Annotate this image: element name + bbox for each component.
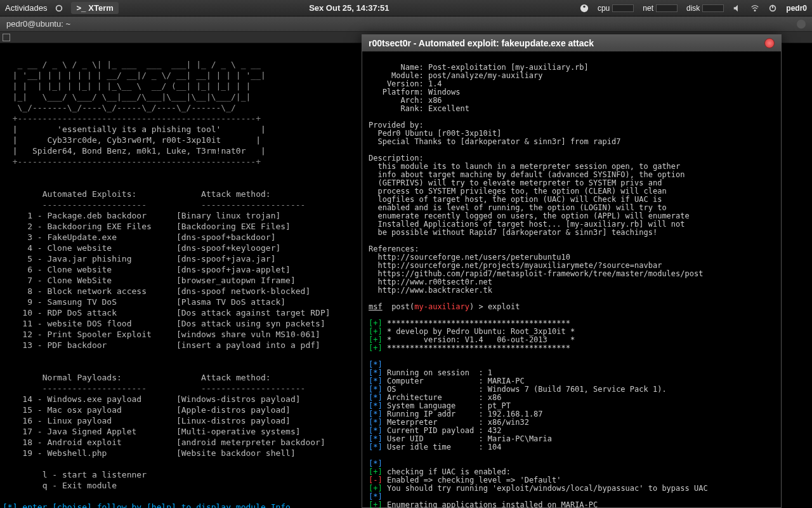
cpu-indicator: cpu (598, 4, 634, 13)
dialog-close-icon[interactable] (764, 38, 775, 48)
credits2: Spider64, Bond Benz, m0k1, Luke, T3rm!na… (32, 146, 246, 156)
info-name: Post-exploitation [my-auxiliary.rb] (428, 63, 589, 72)
dialog-title-text: r00tsect0r - Automated exploit: fakeupda… (369, 38, 594, 48)
disk-indicator: disk (686, 4, 724, 13)
window-titlebar[interactable]: pedr0@ubuntu: ~ (0, 17, 812, 32)
net-indicator: net (643, 4, 678, 13)
info-rank: Excellent (428, 104, 469, 113)
header-auto-exploits: Automated Exploits: (43, 189, 137, 199)
wifi-icon[interactable] (750, 4, 759, 13)
header-attack-method: Attack method: (201, 189, 271, 199)
info-version: 1.4 (428, 79, 442, 88)
prompt-hint: [*] enter [choise] follow by [help] to d… (3, 502, 291, 508)
uac-enabled: Enabled => checking level => 'Default' (387, 476, 561, 485)
svg-point-4 (754, 10, 756, 11)
terminal-icon: >_ (76, 3, 86, 13)
dialog-titlebar[interactable]: r00tsect0r - Automated exploit: fakeupda… (362, 35, 781, 51)
app-tab-label: XTerm (88, 3, 114, 13)
description-text: this module its to launch in a meterpret… (369, 162, 690, 237)
description-header: Description: (369, 154, 424, 163)
option-quit: q - Exit module (43, 481, 117, 490)
msf-module: my-auxiliary (414, 302, 469, 311)
references-header: References: (369, 244, 419, 253)
svg-marker-3 (734, 4, 738, 11)
provided-by-header: Provided by: (369, 121, 424, 130)
dialog-body[interactable]: Name: Post-exploitation [my-auxiliary.rb… (362, 51, 781, 508)
power-icon[interactable] (768, 4, 777, 13)
close-icon[interactable] (797, 20, 806, 29)
provider-row: Pedr0 Ubuntu [r00t-3xp10it] (377, 129, 501, 138)
msf-prompt: msf (369, 302, 383, 311)
user-menu[interactable]: pedr0 (786, 4, 807, 13)
credits1: Cyb33rc0de, Cyb3rw0rM, r00t-3xp10it (47, 135, 221, 145)
ascii-banner: _ __ / _ \ / _ \| |_ ___ ___ ___| |_ / _… (3, 60, 266, 112)
window-title-text: pedr0@ubuntu: ~ (6, 19, 70, 29)
pane-split-icon[interactable] (3, 34, 10, 41)
app-tab-xterm[interactable]: >_ XTerm (71, 2, 118, 14)
info-platform: Windows (428, 88, 461, 97)
activities-button[interactable]: Actividades (5, 3, 47, 13)
accessibility-icon[interactable] (580, 4, 589, 13)
header-normal-payloads: Normal Payloads: (43, 373, 122, 382)
terminal-main[interactable]: _ __ / _ \ / _ \| |_ ___ ___ ___| |_ / _… (0, 43, 362, 508)
sep: +---------------------------------------… (3, 114, 261, 123)
msf-command: exploit (488, 302, 520, 311)
info-module: post/analyze/my-auxiliary (428, 71, 543, 80)
clock[interactable]: Sex Out 25, 14:37:51 (119, 3, 580, 13)
exploit-dialog: r00tsect0r - Automated exploit: fakeupda… (362, 34, 782, 508)
option-listener: l - start a listenner (43, 470, 147, 479)
svg-point-0 (56, 5, 62, 11)
gnome-topbar: Actividades >_ XTerm Sex Out 25, 14:37:5… (0, 0, 812, 17)
info-arch: x86 (428, 96, 442, 105)
uac-check: checking if UAC is enabled: (387, 467, 511, 476)
provider-row: Special Thanks to [darkoperator & sinn3r… (377, 137, 620, 146)
svg-point-2 (583, 5, 586, 8)
tagline: 'essentially its a phishing tool' (57, 124, 221, 134)
volume-icon[interactable] (733, 4, 742, 13)
enum-apps: Enumerating applications installed on MA… (387, 500, 598, 508)
uac-bypass-hint: You should try running 'exploit/windows/… (387, 484, 708, 493)
settings-icon[interactable] (55, 4, 63, 13)
